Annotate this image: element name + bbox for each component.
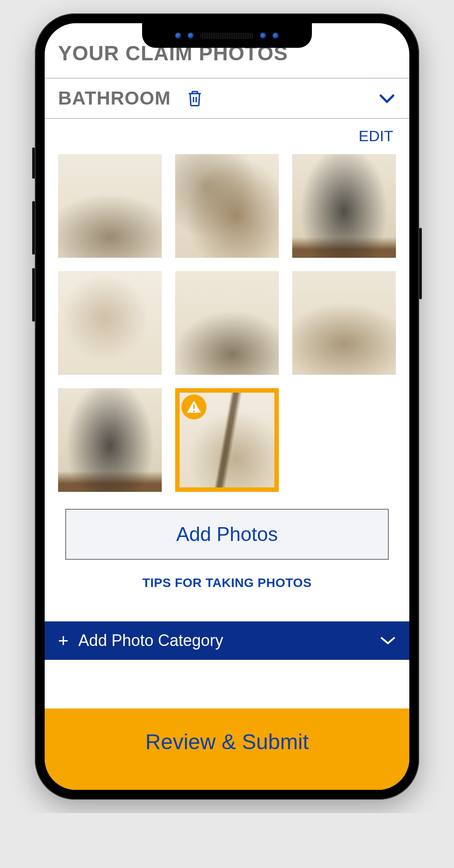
power-button (419, 228, 422, 299)
photo-thumbnail[interactable] (175, 154, 279, 258)
add-category-label: Add Photo Category (78, 631, 223, 650)
category-header[interactable]: BATHROOM (45, 79, 409, 119)
spacer (45, 608, 409, 621)
phone-frame: YOUR CLAIM PHOTOS BATHROOM ED (35, 13, 419, 800)
spacer (45, 660, 409, 709)
chevron-down-icon[interactable] (378, 92, 396, 105)
trash-icon[interactable] (187, 89, 203, 107)
photo-thumbnail[interactable] (292, 154, 396, 258)
edit-row: EDIT (45, 119, 409, 150)
photo-thumbnail-flagged[interactable] (175, 388, 279, 492)
plus-icon: + (58, 632, 68, 650)
camera-dot (188, 33, 194, 39)
add-photos-wrap: Add Photos (45, 505, 409, 568)
photo-thumbnail[interactable] (58, 154, 162, 258)
phone-notch (142, 23, 312, 48)
edit-button[interactable]: EDIT (356, 127, 396, 145)
side-button (32, 147, 35, 179)
review-submit-button[interactable]: Review & Submit (45, 709, 409, 790)
camera-dot (175, 33, 181, 39)
speaker-grille (200, 33, 254, 39)
photo-grid (45, 150, 409, 505)
volume-down-button (32, 268, 35, 322)
category-name: BATHROOM (58, 88, 171, 109)
camera-dot (260, 33, 266, 39)
add-photos-button[interactable]: Add Photos (65, 509, 389, 560)
chevron-down-icon (380, 635, 396, 646)
photo-thumbnail[interactable] (58, 271, 162, 375)
app-root: YOUR CLAIM PHOTOS BATHROOM ED (45, 23, 409, 790)
warning-icon (181, 394, 206, 419)
photo-thumbnail[interactable] (58, 388, 162, 492)
add-category-bar[interactable]: + Add Photo Category (45, 621, 409, 660)
photo-thumbnail[interactable] (175, 271, 279, 375)
tips-link[interactable]: TIPS FOR TAKING PHOTOS (45, 568, 409, 608)
photo-thumbnail[interactable] (292, 271, 396, 375)
phone-screen: YOUR CLAIM PHOTOS BATHROOM ED (45, 23, 409, 790)
volume-up-button (32, 201, 35, 255)
camera-dot (273, 33, 279, 39)
